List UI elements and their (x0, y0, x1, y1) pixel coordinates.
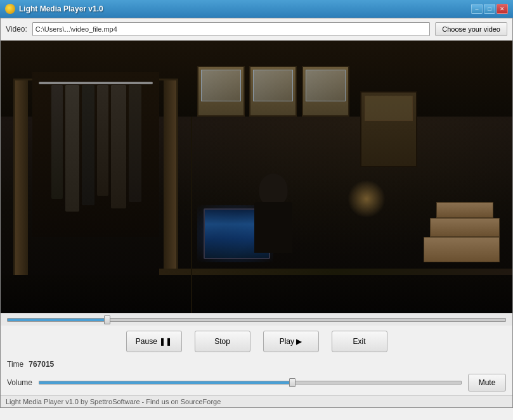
title-bar: Light Media Player v1.0 – □ ✕ (0, 0, 513, 18)
window-controls: – □ ✕ (471, 4, 508, 14)
controls-area: Pause ❚❚ Stop Play ▶ Exit (1, 326, 512, 357)
progress-bar-area (1, 313, 512, 326)
person-head (259, 174, 288, 205)
footer: Light Media Player v1.0 by SpettroSoftwa… (1, 395, 512, 407)
video-canvas (1, 41, 512, 313)
progress-fill (8, 319, 107, 321)
video-display (1, 41, 512, 313)
progress-thumb[interactable] (104, 315, 110, 324)
mute-button[interactable]: Mute (468, 374, 506, 391)
clothes-area (32, 72, 159, 237)
scene (1, 41, 512, 313)
app-icon (5, 4, 15, 14)
title-bar-text: Light Media Player v1.0 (19, 4, 467, 13)
person-silhouette (248, 174, 299, 275)
floor-area (1, 275, 512, 313)
volume-thumb[interactable] (289, 378, 295, 387)
exit-button[interactable]: Exit (332, 331, 387, 352)
close-button[interactable]: ✕ (497, 4, 508, 14)
clothes-rail (39, 82, 153, 84)
lamp-glow (347, 180, 386, 218)
volume-label: Volume (7, 378, 32, 387)
minimize-button[interactable]: – (471, 4, 483, 14)
progress-track[interactable] (7, 318, 506, 322)
video-label: Video: (6, 25, 27, 34)
volume-track[interactable] (39, 381, 462, 385)
play-button[interactable]: Play ▶ (263, 331, 319, 352)
person-body (254, 202, 292, 253)
file-path-input[interactable] (32, 22, 430, 36)
choose-video-button[interactable]: Choose your video (435, 22, 507, 36)
closet-left-panel (15, 80, 28, 305)
wall-divider (191, 117, 192, 313)
footer-text: Light Media Player v1.0 by SpettroSoftwa… (6, 398, 221, 405)
right-boxes (417, 212, 500, 262)
main-window: Video: Choose your video (0, 18, 513, 408)
right-cabinet (360, 91, 417, 167)
volume-fill (39, 381, 292, 384)
time-value: 767015 (29, 360, 54, 369)
file-bar: Video: Choose your video (1, 18, 512, 41)
status-bar: Time 767015 (1, 357, 512, 371)
volume-area: Volume Mute (1, 371, 512, 395)
pause-button[interactable]: Pause ❚❚ (126, 331, 182, 352)
stop-button[interactable]: Stop (195, 331, 250, 352)
maximize-button[interactable]: □ (484, 4, 495, 14)
time-label: Time (7, 360, 23, 369)
